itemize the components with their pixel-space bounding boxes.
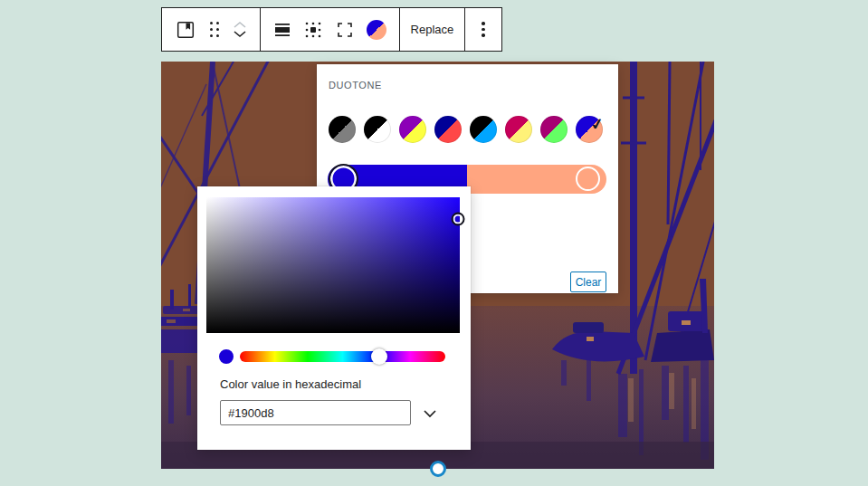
image-block-type-button[interactable] <box>175 8 196 51</box>
duotone-preset-purple-and-green[interactable] <box>540 116 568 143</box>
selected-check-icon: ✓ <box>590 116 605 133</box>
content-position-button[interactable] <box>304 8 322 51</box>
hex-input[interactable] <box>220 400 411 425</box>
duotone-preset-grayscale[interactable] <box>364 116 391 143</box>
image-block-icon <box>175 19 196 41</box>
expand-button[interactable] <box>336 8 354 51</box>
drag-handle-icon <box>210 22 220 38</box>
align-button[interactable] <box>273 8 291 51</box>
move-up-icon[interactable] <box>233 21 247 29</box>
current-color-swatch <box>219 349 234 364</box>
duotone-preset-blue-and-red[interactable] <box>434 116 462 143</box>
duotone-presets: ✓ <box>329 116 603 143</box>
block-mover[interactable] <box>233 8 247 51</box>
options-menu-icon <box>482 22 485 37</box>
align-icon <box>273 21 291 39</box>
duotone-preset-midnight[interactable] <box>470 116 497 143</box>
expand-icon <box>336 21 354 39</box>
color-picker-popover: Color value in hexadecimal <box>197 186 471 450</box>
duotone-preset-magenta-and-yellow[interactable] <box>505 116 532 143</box>
color-format-toggle[interactable] <box>422 404 445 424</box>
block-toolbar: Replace <box>161 7 502 52</box>
duotone-preset-dark-grayscale[interactable] <box>329 116 356 143</box>
duotone-filter-button[interactable] <box>367 8 386 51</box>
content-position-icon <box>304 21 322 39</box>
duotone-filter-icon <box>367 20 386 40</box>
duotone-title: DUOTONE <box>329 80 382 91</box>
image-resize-handle[interactable] <box>430 461 446 477</box>
clear-button[interactable]: Clear <box>570 272 606 292</box>
chevron-down-icon <box>422 409 438 418</box>
hue-slider[interactable] <box>240 351 445 362</box>
move-down-icon[interactable] <box>233 30 247 38</box>
editor-canvas: Replace DUOTONE ✓ Clear Color value in h… <box>0 0 868 486</box>
hex-label: Color value in hexadecimal <box>220 377 361 391</box>
options-menu-button[interactable] <box>482 8 485 51</box>
duotone-preset-purple-and-yellow[interactable] <box>399 116 426 143</box>
saturation-handle[interactable] <box>452 213 465 226</box>
duotone-preset-blue-and-orange[interactable]: ✓ <box>576 116 603 143</box>
replace-button[interactable]: Replace <box>400 8 465 51</box>
saturation-area[interactable] <box>206 197 460 333</box>
drag-handle[interactable] <box>210 8 220 51</box>
gradient-control-point-highlight[interactable] <box>576 167 600 191</box>
hue-handle[interactable] <box>371 348 387 365</box>
